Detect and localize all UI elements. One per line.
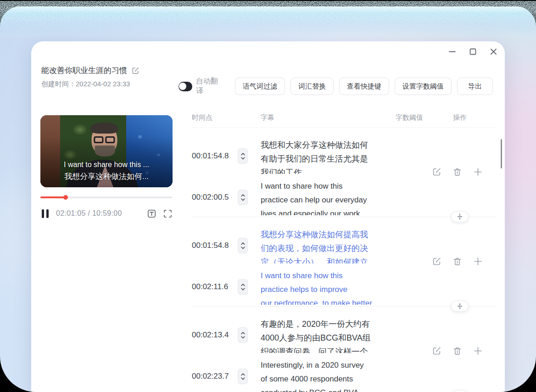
fullscreen-icon[interactable] bbox=[163, 209, 173, 218]
stepper-up-icon bbox=[241, 242, 245, 245]
seek-knob[interactable] bbox=[63, 195, 68, 200]
timestamp: 00:01:54.8 bbox=[192, 241, 238, 250]
video-subtitle-en: I want to share how this ... bbox=[40, 161, 173, 169]
subtitle-text[interactable]: 有趣的是，2020年一份大约有4000人参与的由BCG和BVA组织的调查问卷，问… bbox=[261, 317, 390, 353]
stepper-up-icon bbox=[241, 194, 245, 197]
playback-time: 02:01:05 / 10:59:00 bbox=[56, 209, 122, 218]
edit-icon[interactable] bbox=[432, 257, 441, 266]
stepper-down-icon bbox=[241, 336, 245, 339]
timestamp-stepper[interactable] bbox=[238, 327, 248, 343]
merge-subtitles-button[interactable] bbox=[451, 211, 469, 222]
export-button[interactable]: 导出 bbox=[457, 78, 493, 95]
row-actions bbox=[432, 346, 483, 356]
stepper-down-icon bbox=[241, 288, 245, 291]
desktop-wallpaper: 能改善你职业生涯的习惯 创建时间：2022-04-02 23:33 自动翻译 语… bbox=[0, 6, 536, 392]
subtitle-group: 00:01:54.8 我想和大家分享这种做法如何有助于我们的日常生活尤其是我们的… bbox=[192, 128, 496, 217]
add-icon[interactable] bbox=[473, 167, 483, 177]
seek-fill bbox=[40, 196, 66, 198]
edit-icon[interactable] bbox=[432, 346, 441, 356]
toggle-knob bbox=[179, 83, 186, 90]
filler-word-filter-button[interactable]: 语气词过滤 bbox=[235, 78, 285, 95]
col-subtitle: 字幕 bbox=[261, 113, 274, 122]
stepper-down-icon bbox=[241, 377, 245, 380]
video-subtitle-cn: 我想分享这种做法如何... bbox=[40, 171, 173, 182]
video-player: I want to share how this ... 我想分享这种做法如何.… bbox=[40, 115, 173, 219]
stepper-up-icon bbox=[241, 153, 245, 156]
auto-translate-toggle[interactable] bbox=[179, 82, 192, 91]
toolbar: 自动翻译 语气词过滤 词汇替换 查看快捷键 设置字数阈值 导出 bbox=[179, 78, 493, 95]
stepper-up-icon bbox=[241, 332, 245, 335]
subtitle-text[interactable]: 我想分享这种做法如何提高我们的表现，如何做出更好的决定（无论大小），和如何建立 bbox=[261, 228, 390, 263]
window-controls bbox=[448, 47, 497, 56]
delete-icon[interactable] bbox=[452, 346, 462, 356]
merge-icon bbox=[457, 213, 463, 220]
seek-bar[interactable] bbox=[40, 195, 173, 200]
edit-icon[interactable] bbox=[432, 167, 441, 177]
page-title: 能改善你职业生涯的习惯 bbox=[41, 65, 127, 76]
merge-subtitles-button[interactable] bbox=[451, 301, 469, 312]
subtitle-text[interactable]: I want to share how thispractice can hel… bbox=[261, 179, 390, 215]
delete-icon[interactable] bbox=[452, 257, 462, 266]
merge-icon bbox=[457, 303, 463, 309]
word-replace-button[interactable]: 词汇替换 bbox=[290, 78, 334, 95]
stepper-down-icon bbox=[241, 157, 245, 160]
subtitle-group: 00:02:13.4 有趣的是，2020年一份大约有4000人参与的由BCG和B… bbox=[192, 307, 496, 392]
subtitle-mode-icon[interactable] bbox=[147, 209, 156, 218]
set-char-threshold-button[interactable]: 设置字数阈值 bbox=[395, 78, 452, 95]
stepper-up-icon bbox=[241, 284, 245, 286]
stepper-down-icon bbox=[241, 198, 245, 201]
timestamp: 00:02:11.6 bbox=[192, 282, 238, 291]
timestamp-stepper[interactable] bbox=[238, 279, 248, 295]
minimize-button[interactable] bbox=[448, 47, 456, 56]
player-controls: 02:01:05 / 10:59:00 bbox=[40, 208, 173, 219]
delete-icon[interactable] bbox=[452, 167, 462, 177]
pause-button[interactable] bbox=[42, 209, 49, 218]
maximize-button[interactable] bbox=[469, 47, 477, 56]
timestamp: 00:02:13.4 bbox=[192, 330, 238, 340]
col-timestamp: 时间点 bbox=[192, 113, 212, 122]
timestamp: 00:01:54.8 bbox=[192, 151, 238, 161]
col-char-threshold: 字数阈值 bbox=[396, 113, 423, 122]
subtitle-text[interactable]: I want to share how thispractice helps t… bbox=[261, 269, 390, 305]
subtitle-entry-en: 00:02:23.7 Interestingly, in a 2020 surv… bbox=[192, 358, 496, 392]
subtitle-entry-en: 00:02:11.6 I want to share how thispract… bbox=[192, 269, 496, 305]
col-actions: 操作 bbox=[453, 113, 467, 122]
timestamp: 00:02:23.7 bbox=[192, 372, 238, 381]
app-window: 能改善你职业生涯的习惯 创建时间：2022-04-02 23:33 自动翻译 语… bbox=[31, 41, 505, 392]
close-button[interactable] bbox=[489, 47, 497, 56]
subtitle-text[interactable]: 我想和大家分享这种做法如何有助于我们的日常生活尤其是我们的工作 bbox=[261, 138, 390, 174]
row-actions bbox=[432, 167, 483, 177]
timestamp-stepper[interactable] bbox=[238, 369, 248, 384]
screenshot-root: 能改善你职业生涯的习惯 创建时间：2022-04-02 23:33 自动翻译 语… bbox=[0, 0, 536, 392]
scrollbar-thumb[interactable] bbox=[501, 139, 502, 168]
subtitle-entry-en: 00:02:00.5 I want to share how thispract… bbox=[192, 179, 496, 215]
add-icon[interactable] bbox=[473, 257, 483, 266]
iridescent-top-glow bbox=[0, 6, 536, 36]
add-icon[interactable] bbox=[473, 346, 483, 356]
timestamp-stepper[interactable] bbox=[238, 190, 248, 205]
table-header: 时间点 字幕 字数阈值 操作 bbox=[192, 109, 496, 128]
subtitle-table: 时间点 字幕 字数阈值 操作 00:01:54.8 我想和大家分享这种做 bbox=[192, 109, 496, 392]
stepper-down-icon bbox=[241, 246, 245, 249]
subtitle-group: 00:01:54.8 我想分享这种做法如何提高我们的表现，如何做出更好的决定（无… bbox=[192, 217, 496, 307]
auto-translate-label: 自动翻译 bbox=[196, 77, 220, 96]
created-time-label: 创建时间：2022-04-02 23:33 bbox=[41, 80, 140, 89]
stepper-up-icon bbox=[241, 373, 245, 376]
timestamp-stepper[interactable] bbox=[238, 238, 248, 253]
edit-title-icon[interactable] bbox=[131, 67, 140, 75]
video-preview[interactable]: I want to share how this ... 我想分享这种做法如何.… bbox=[40, 115, 173, 187]
view-shortcuts-button[interactable]: 查看快捷键 bbox=[339, 78, 389, 95]
timestamp: 00:02:00.5 bbox=[192, 193, 238, 202]
document-header: 能改善你职业生涯的习惯 创建时间：2022-04-02 23:33 bbox=[41, 65, 140, 89]
timestamp-stepper[interactable] bbox=[238, 148, 248, 164]
row-actions bbox=[432, 257, 483, 266]
subtitle-text[interactable]: Interestingly, in a 2020 surveyof some 4… bbox=[261, 358, 390, 392]
